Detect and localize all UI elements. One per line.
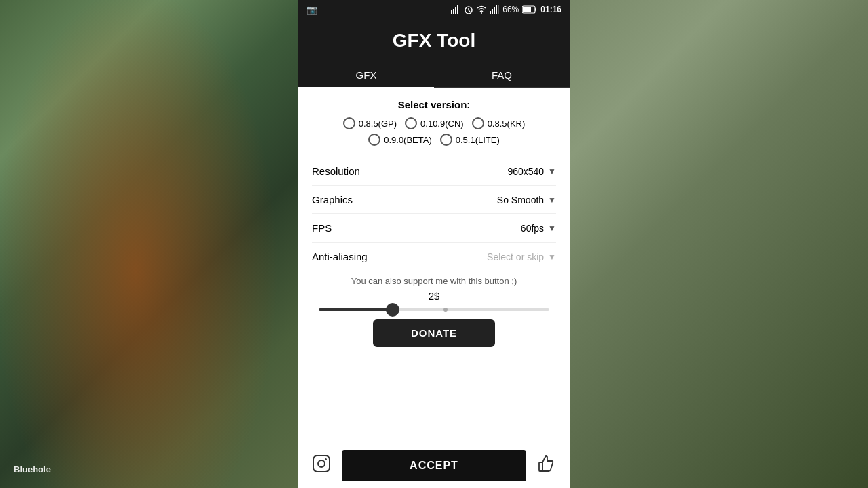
svg-rect-1 xyxy=(453,9,454,14)
svg-point-17 xyxy=(318,460,325,467)
camera-icon: 📷 xyxy=(307,5,317,15)
background-left xyxy=(0,0,298,488)
version-label-beta: 0.9.0(BETA) xyxy=(384,135,432,145)
svg-rect-8 xyxy=(490,11,491,14)
resolution-value: 960x540 xyxy=(507,166,544,177)
status-bar-right: 66% 01:16 xyxy=(451,5,561,14)
resolution-row[interactable]: Resolution 960x540 ▼ xyxy=(312,157,556,185)
support-text: You can also support me with this button… xyxy=(312,276,556,286)
svg-rect-9 xyxy=(492,9,493,14)
support-section: You can also support me with this button… xyxy=(312,276,556,347)
graphics-control[interactable]: So Smooth ▼ xyxy=(497,195,556,205)
antialiasing-label: Anti-aliasing xyxy=(312,251,368,262)
status-bar-left: 📷 xyxy=(307,5,317,15)
fps-value: 60fps xyxy=(521,223,544,234)
radio-gp[interactable] xyxy=(343,117,355,129)
svg-rect-19 xyxy=(539,462,542,471)
instagram-icon[interactable] xyxy=(312,454,331,477)
version-options: 0.8.5(GP) 0.10.9(CN) 0.8.5(KR) 0.9.0(BET… xyxy=(312,117,556,146)
graphics-row[interactable]: Graphics So Smooth ▼ xyxy=(312,185,556,214)
svg-rect-0 xyxy=(451,10,452,14)
slider-thumb[interactable] xyxy=(386,303,399,317)
radio-cn[interactable] xyxy=(405,117,417,129)
svg-rect-15 xyxy=(535,8,536,11)
resolution-label: Resolution xyxy=(312,165,360,177)
thumbsup-icon[interactable] xyxy=(537,454,556,477)
character-overlay xyxy=(0,0,298,488)
svg-rect-16 xyxy=(313,455,330,472)
version-label-cn: 0.10.9(CN) xyxy=(420,119,464,129)
battery-percent: 66% xyxy=(502,5,519,14)
content-area: Select version: 0.8.5(GP) 0.10.9(CN) 0.8… xyxy=(298,88,570,443)
status-bar: 📷 xyxy=(298,0,570,19)
radio-lite[interactable] xyxy=(440,134,452,146)
fps-label: FPS xyxy=(312,222,332,234)
version-option-lite[interactable]: 0.5.1(LITE) xyxy=(440,134,500,146)
radio-kr[interactable] xyxy=(472,117,484,129)
svg-point-7 xyxy=(481,12,482,14)
fps-control[interactable]: 60fps ▼ xyxy=(521,223,556,234)
bottom-bar: ACCEPT xyxy=(298,443,570,488)
svg-rect-10 xyxy=(494,7,495,14)
svg-rect-12 xyxy=(498,5,499,14)
slider-fill xyxy=(319,308,393,311)
sim-icon xyxy=(451,5,460,14)
donation-slider-container[interactable] xyxy=(312,308,556,311)
signal-icon xyxy=(490,5,499,14)
version-option-gp[interactable]: 0.8.5(GP) xyxy=(343,117,397,129)
slider-dot xyxy=(443,308,448,312)
donate-amount: 2$ xyxy=(312,290,556,302)
alarm-icon xyxy=(464,5,473,14)
slider-track xyxy=(319,308,549,311)
svg-rect-11 xyxy=(496,5,497,14)
antialiasing-control[interactable]: Select or skip ▼ xyxy=(487,251,556,262)
graphics-value: So Smooth xyxy=(497,195,544,205)
version-option-cn[interactable]: 0.10.9(CN) xyxy=(405,117,464,129)
accept-button[interactable]: ACCEPT xyxy=(342,450,526,481)
app-header: GFX Tool GFX FAQ xyxy=(298,19,570,88)
version-title: Select version: xyxy=(312,99,556,110)
app-panel: 📷 xyxy=(298,0,570,488)
svg-rect-14 xyxy=(523,7,531,12)
tab-bar: GFX FAQ xyxy=(298,62,570,88)
graphics-dropdown-arrow: ▼ xyxy=(548,195,556,205)
version-label-kr: 0.8.5(KR) xyxy=(488,119,526,129)
svg-rect-3 xyxy=(457,5,458,14)
svg-point-18 xyxy=(325,458,327,460)
tab-faq[interactable]: FAQ xyxy=(434,62,570,87)
background-right xyxy=(570,0,868,488)
antialiasing-value: Select or skip xyxy=(487,251,544,262)
version-label-lite: 0.5.1(LITE) xyxy=(456,135,500,145)
version-option-kr[interactable]: 0.8.5(KR) xyxy=(472,117,526,129)
version-section: Select version: 0.8.5(GP) 0.10.9(CN) 0.8… xyxy=(312,99,556,146)
donate-button[interactable]: DONATE xyxy=(373,319,495,347)
version-label-gp: 0.8.5(GP) xyxy=(359,119,397,129)
wifi-icon xyxy=(477,5,486,14)
svg-line-6 xyxy=(469,10,470,12)
version-option-beta[interactable]: 0.9.0(BETA) xyxy=(368,134,432,146)
fps-dropdown-arrow: ▼ xyxy=(548,224,556,233)
graphics-label: Graphics xyxy=(312,194,353,205)
tab-gfx[interactable]: GFX xyxy=(298,62,434,87)
battery-icon xyxy=(522,5,537,14)
radio-beta[interactable] xyxy=(368,134,380,146)
fps-row[interactable]: FPS 60fps ▼ xyxy=(312,214,556,242)
time-display: 01:16 xyxy=(540,5,561,14)
app-title: GFX Tool xyxy=(298,30,570,52)
antialiasing-row[interactable]: Anti-aliasing Select or skip ▼ xyxy=(312,242,556,270)
resolution-control[interactable]: 960x540 ▼ xyxy=(507,166,556,177)
resolution-dropdown-arrow: ▼ xyxy=(548,167,556,176)
bluehole-logo: Bluehole xyxy=(14,464,51,474)
antialiasing-dropdown-arrow: ▼ xyxy=(548,252,556,262)
svg-rect-2 xyxy=(455,7,456,14)
